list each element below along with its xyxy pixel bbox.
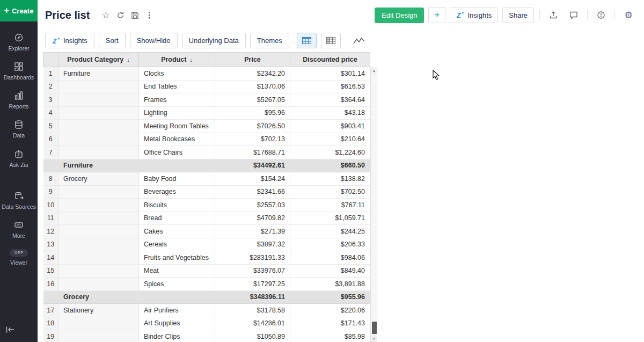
discount-cell[interactable]: $660.50 (290, 159, 370, 172)
scroll-down-arrow[interactable]: ▼ (371, 334, 377, 342)
rownum-cell[interactable]: 7 (43, 146, 58, 159)
table-row[interactable]: 5Meeting Room Tables$7026.50$903.41 (43, 120, 370, 133)
category-cell[interactable] (58, 106, 139, 120)
toolbar-insights-button[interactable]: Z Insights (45, 33, 94, 48)
discount-cell[interactable]: $301.14 (290, 67, 370, 81)
table-row[interactable]: 7Office Chairs$17688.71$1,224.60 (43, 146, 370, 159)
product-cell[interactable]: Cereals (139, 238, 215, 251)
product-cell[interactable]: Spices (139, 278, 215, 291)
discount-cell[interactable]: $206.33 (290, 238, 370, 251)
rownum-cell[interactable]: 8 (43, 172, 58, 186)
discount-cell[interactable]: $364.64 (290, 93, 370, 107)
category-cell[interactable] (58, 146, 139, 159)
sidebar-item-dashboards[interactable]: Dashboards (0, 57, 38, 86)
table-row[interactable]: 9Beverages$2341.66$702.50 (43, 185, 370, 199)
discount-cell[interactable]: $767.11 (290, 199, 370, 212)
column-header-product-category[interactable]: Product Category↓ (58, 53, 139, 67)
category-cell[interactable] (58, 264, 139, 278)
table-row[interactable]: 2End Tables$1370.06$616.53 (43, 80, 370, 93)
table-row[interactable]: 10Biscuits$2557.03$767.11 (43, 199, 370, 212)
category-cell[interactable] (58, 317, 139, 330)
price-cell[interactable]: $7026.50 (215, 120, 290, 133)
share-button[interactable]: Share (502, 8, 534, 23)
product-cell[interactable]: Lighting (139, 106, 215, 120)
product-cell[interactable]: Meeting Room Tables (139, 120, 215, 133)
price-cell[interactable]: $702.13 (215, 133, 290, 146)
price-cell[interactable]: $154.24 (215, 172, 290, 186)
edit-design-button[interactable]: Edit Design (375, 8, 424, 23)
show-hide-button[interactable]: Show/Hide (130, 33, 178, 48)
price-cell[interactable]: $1370.06 (215, 80, 290, 93)
category-cell[interactable] (58, 185, 139, 199)
price-cell[interactable]: $95.96 (215, 106, 290, 120)
discount-cell[interactable]: $220.06 (290, 304, 370, 317)
table-row[interactable]: 15Meat$33976.07$849.40 (43, 264, 370, 278)
comment-icon[interactable] (566, 8, 582, 23)
rownum-cell[interactable]: 4 (43, 106, 58, 120)
discount-cell[interactable]: $903.41 (290, 120, 370, 133)
table-row[interactable]: 1FurnitureClocks$2342.20$301.14 (43, 67, 370, 81)
category-cell[interactable] (58, 133, 139, 146)
product-cell[interactable]: Baby Food (139, 172, 215, 186)
sidebar-item-explorer[interactable]: Explorer (0, 28, 38, 57)
price-cell[interactable]: $3897.32 (215, 238, 290, 251)
price-cell[interactable]: $283191.33 (215, 251, 290, 265)
table-row[interactable]: 16Spices$17297.25$3,891.88 (43, 278, 370, 291)
export-icon[interactable] (545, 8, 561, 23)
vertical-scrollbar[interactable]: ▲ ▼ (370, 67, 377, 342)
sidebar-item-data[interactable]: Data (0, 115, 38, 144)
category-cell[interactable] (58, 120, 139, 133)
rownum-cell[interactable]: 5 (43, 120, 58, 133)
product-cell[interactable]: Air Purifiers (139, 304, 215, 317)
themes-button[interactable]: Themes (250, 33, 289, 48)
table-row[interactable]: 13Cereals$3897.32$206.33 (43, 238, 370, 251)
category-cell[interactable] (58, 199, 139, 212)
rownum-cell[interactable]: 18 (43, 317, 58, 330)
sidebar-item-more[interactable]: More (0, 215, 38, 244)
table-row[interactable]: 12Cakes$271.39$244.25 (43, 225, 370, 238)
table-row[interactable]: 8GroceryBaby Food$154.24$138.82 (43, 172, 370, 186)
discount-cell[interactable]: $984.06 (290, 251, 370, 265)
price-cell[interactable]: $348396.11 (215, 290, 290, 304)
discount-cell[interactable]: $43.18 (290, 106, 370, 120)
table-row[interactable]: 19Binder Clips$1050.89$85.98 (43, 330, 370, 342)
kebab-menu-icon[interactable]: ⋮ (145, 10, 153, 20)
collapse-sidebar-button[interactable] (0, 322, 38, 338)
table-row[interactable]: 11Bread$4709.82$1,059.71 (43, 212, 370, 225)
sidebar-item-ask-zia[interactable]: Z Ask Zia (0, 144, 38, 173)
product-cell[interactable]: Bread (139, 212, 215, 225)
rownum-cell[interactable] (43, 290, 58, 304)
create-button[interactable]: + Create (0, 0, 38, 21)
price-cell[interactable]: $14286.01 (215, 317, 290, 330)
price-cell[interactable]: $34492.61 (215, 159, 290, 172)
price-cell[interactable]: $5267.05 (215, 93, 290, 107)
table-view-icon[interactable] (297, 33, 317, 48)
price-cell[interactable]: $1050.89 (215, 330, 290, 342)
price-cell[interactable]: $271.39 (215, 225, 290, 238)
table-row[interactable]: 17StationeryAir Purifiers$3178.58$220.06 (43, 304, 370, 317)
scroll-up-arrow[interactable]: ▲ (371, 67, 377, 74)
discount-cell[interactable]: $3,891.88 (290, 278, 370, 291)
table-row[interactable]: 14Fruits and Vegetables$283191.33$984.06 (43, 251, 370, 265)
alert-icon[interactable] (593, 8, 609, 23)
category-cell[interactable]: Furniture (58, 67, 139, 81)
discount-cell[interactable]: $244.25 (290, 225, 370, 238)
table-row[interactable]: 4Lighting$95.96$43.18 (43, 106, 370, 120)
price-cell[interactable]: $2341.66 (215, 185, 290, 199)
category-cell[interactable] (58, 93, 139, 107)
viewer-toggle-icon[interactable]: OFF (10, 249, 28, 257)
sort-desc-icon[interactable]: ↓ (127, 56, 130, 63)
product-cell[interactable]: Clocks (139, 67, 215, 81)
product-cell[interactable]: Biscuits (139, 199, 215, 212)
product-cell[interactable]: Cakes (139, 225, 215, 238)
sort-desc-icon[interactable]: ↓ (189, 56, 193, 63)
table-row[interactable]: 6Metal Bookcases$702.13$210.64 (43, 133, 370, 146)
price-cell[interactable]: $2557.03 (215, 199, 290, 212)
product-cell[interactable]: Beverages (139, 185, 215, 199)
refresh-icon[interactable] (116, 11, 125, 19)
rownum-cell[interactable] (43, 159, 58, 172)
rownum-cell[interactable]: 11 (43, 212, 58, 225)
category-cell[interactable]: Grocery (58, 172, 139, 186)
category-cell[interactable] (58, 251, 139, 265)
settings-gear-icon[interactable]: ⚙ (620, 8, 636, 23)
